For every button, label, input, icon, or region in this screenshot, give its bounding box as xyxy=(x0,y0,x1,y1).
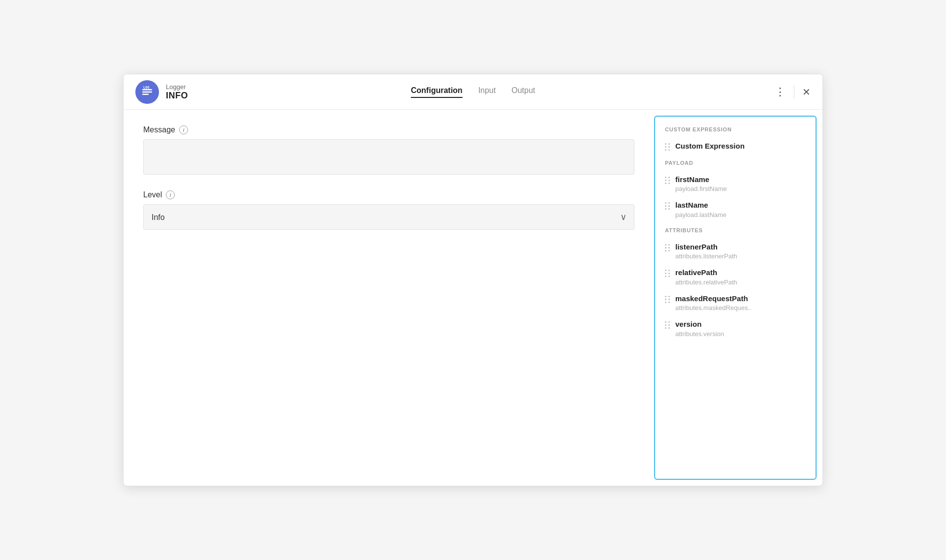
custom-expression-name: Custom Expression xyxy=(675,141,745,151)
lastname-name: lastName xyxy=(675,200,726,210)
level-select-wrapper: Trace Debug Info Warn Error Fatal ∨ xyxy=(143,204,634,230)
more-options-button[interactable]: ⋮ xyxy=(775,87,786,97)
drag-handle-maskedrequestpath xyxy=(665,294,670,303)
level-select[interactable]: Trace Debug Info Warn Error Fatal xyxy=(143,204,634,230)
app-title: Logger INFO xyxy=(166,83,188,101)
version-text: version attributes.version xyxy=(675,319,724,338)
close-button[interactable]: ✕ xyxy=(802,86,811,98)
level-section: Level i Trace Debug Info Warn Error Fata… xyxy=(143,190,634,230)
message-field-label: Message i xyxy=(143,125,634,134)
tab-input[interactable]: Input xyxy=(478,86,496,98)
drag-handle-relativepath xyxy=(665,268,670,277)
version-path: attributes.version xyxy=(675,330,724,338)
tab-output[interactable]: Output xyxy=(511,86,535,98)
panel-item-version[interactable]: version attributes.version xyxy=(655,315,816,342)
firstname-text: firstName payload.firstName xyxy=(675,175,727,193)
panel-item-lastname[interactable]: lastName payload.lastName xyxy=(655,196,816,222)
header: LOG Logger INFO Configuration Input Outp… xyxy=(124,74,822,110)
panel-item-firstname[interactable]: firstName payload.firstName xyxy=(655,171,816,197)
drag-handle-lastname xyxy=(665,200,670,210)
app-logo: LOG xyxy=(135,80,159,104)
relativepath-text: relativePath attributes.relativePath xyxy=(675,268,737,286)
drag-handle-listenerpath xyxy=(665,242,670,251)
level-info-icon[interactable]: i xyxy=(166,190,175,199)
listenerpath-path: attributes.listenerPath xyxy=(675,252,737,260)
header-actions: ⋮ ✕ xyxy=(775,85,811,99)
version-name: version xyxy=(675,319,724,329)
section-label-custom-expression: CUSTOM EXPRESSION xyxy=(655,126,816,137)
side-panel: CUSTOM EXPRESSION Custom Expression xyxy=(654,116,817,480)
message-input[interactable] xyxy=(143,139,634,175)
app-level: INFO xyxy=(166,91,188,101)
firstname-path: payload.firstName xyxy=(675,185,727,192)
listenerpath-name: listenerPath xyxy=(675,242,737,252)
level-label-text: Level xyxy=(143,190,162,199)
main-content: Message i Level i Trace Debug Info Warn … xyxy=(124,110,654,486)
svg-rect-2 xyxy=(142,93,149,95)
panel-item-custom-expression[interactable]: Custom Expression xyxy=(655,137,816,155)
body: Message i Level i Trace Debug Info Warn … xyxy=(124,110,822,486)
maskedrequestpath-path: attributes.maskedReques.. xyxy=(675,304,752,311)
section-label-attributes: ATTRIBUTES xyxy=(655,227,816,238)
panel-item-relativepath[interactable]: relativePath attributes.relativePath xyxy=(655,264,816,290)
drag-handle-version xyxy=(665,319,670,329)
message-info-icon[interactable]: i xyxy=(179,125,188,134)
message-label-text: Message xyxy=(143,125,175,134)
header-divider xyxy=(794,85,794,99)
firstname-name: firstName xyxy=(675,175,727,185)
level-field-label: Level i xyxy=(143,190,634,199)
listenerpath-text: listenerPath attributes.listenerPath xyxy=(675,242,737,260)
custom-expression-text: Custom Expression xyxy=(675,141,745,151)
app-type: Logger xyxy=(166,83,188,91)
side-panel-scroll[interactable]: CUSTOM EXPRESSION Custom Expression xyxy=(655,117,816,479)
relativepath-path: attributes.relativePath xyxy=(675,279,737,286)
svg-rect-1 xyxy=(142,91,152,93)
maskedrequestpath-name: maskedRequestPath xyxy=(675,294,752,304)
lastname-text: lastName payload.lastName xyxy=(675,200,726,218)
panel-item-listenerpath[interactable]: listenerPath attributes.listenerPath xyxy=(655,238,816,264)
svg-text:LOG: LOG xyxy=(143,86,150,90)
main-window: LOG Logger INFO Configuration Input Outp… xyxy=(123,74,823,486)
panel-item-maskedrequestpath[interactable]: maskedRequestPath attributes.maskedReque… xyxy=(655,290,816,316)
header-tabs: Configuration Input Output xyxy=(411,86,536,98)
drag-handle-firstname xyxy=(665,175,670,184)
lastname-path: payload.lastName xyxy=(675,211,726,218)
section-label-payload: PAYLOAD xyxy=(655,160,816,171)
drag-handle-custom-expression xyxy=(665,141,670,151)
maskedrequestpath-text: maskedRequestPath attributes.maskedReque… xyxy=(675,294,752,312)
relativepath-name: relativePath xyxy=(675,268,737,278)
tab-configuration[interactable]: Configuration xyxy=(411,86,463,98)
